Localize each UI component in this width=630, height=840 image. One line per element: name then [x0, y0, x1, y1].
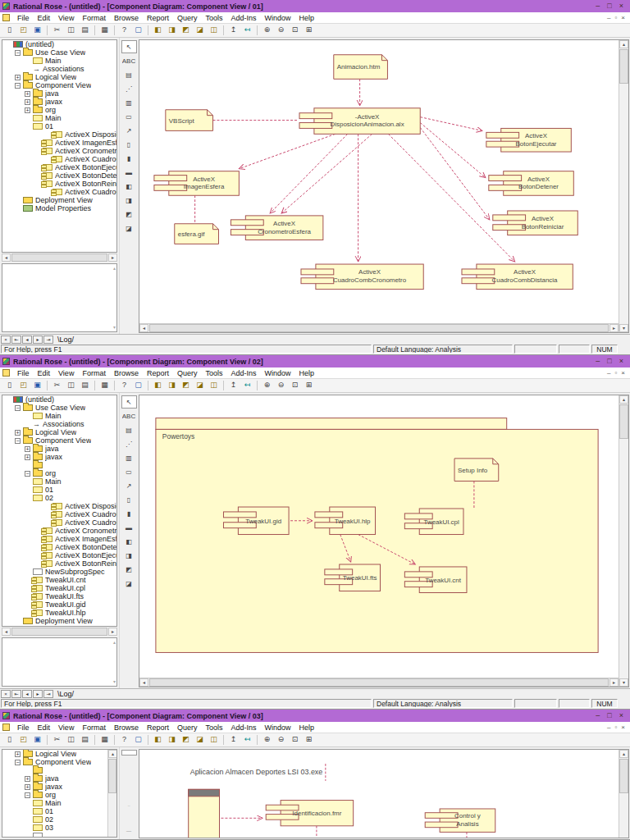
log-nav-button-1[interactable]: ◂ — [22, 690, 32, 698]
subprogram-spec-tool[interactable]: ▯ — [121, 493, 137, 506]
note-setup-info[interactable]: Setup Info — [454, 459, 499, 482]
component-tool[interactable]: ▥ — [121, 451, 137, 464]
undo-fit-button[interactable]: ⊞ — [302, 734, 316, 746]
maximize-button[interactable]: □ — [607, 710, 611, 722]
log-tab[interactable]: \Log/ — [57, 690, 74, 698]
tree-item[interactable]: TweakUI.gid — [2, 600, 116, 609]
menu-browse[interactable]: Browse — [110, 14, 143, 22]
dependency-tool[interactable]: ↗ — [121, 479, 137, 492]
task-spec-tool[interactable]: ◩ — [121, 827, 137, 833]
mdi-minimize-button[interactable]: – — [607, 723, 610, 733]
tree-item[interactable] — [2, 832, 116, 838]
paste-button[interactable]: ▤ — [78, 380, 92, 391]
menu-format[interactable]: Format — [78, 724, 110, 732]
component-tool[interactable]: ▥ — [121, 775, 137, 781]
tree-item[interactable]: Deployment View — [2, 617, 116, 625]
new-button[interactable]: ▯ — [2, 734, 16, 746]
tree-item[interactable]: (untitled) — [2, 40, 116, 48]
tree-item[interactable]: ActiveX BotonEjecutar — [2, 163, 116, 171]
browse-deployment-diagram-button[interactable]: ◫ — [207, 380, 221, 391]
menu-format[interactable]: Format — [78, 369, 110, 377]
scroll-up-arrow[interactable]: ▴ — [113, 266, 116, 271]
browse-parent-button[interactable]: ↥ — [226, 734, 240, 746]
undo-fit-button[interactable]: ⊞ — [302, 25, 316, 36]
maximize-button[interactable]: □ — [607, 355, 611, 368]
browse-class-diagram-button[interactable]: ◧ — [151, 25, 165, 36]
expand-icon[interactable]: + — [15, 751, 21, 757]
expand-icon[interactable]: + — [25, 107, 30, 113]
collapse-icon[interactable]: − — [25, 792, 30, 798]
log-nav-button-3[interactable]: ⇥ — [43, 690, 53, 698]
scroll-thumb[interactable] — [149, 324, 609, 332]
menu-edit[interactable]: Edit — [34, 369, 55, 377]
copy-button[interactable]: ◫ — [64, 25, 78, 36]
tree-item[interactable] — [2, 766, 116, 774]
note-tool[interactable]: ▤ — [121, 423, 137, 436]
view-documentation-button[interactable]: ▢ — [131, 734, 145, 746]
scroll-left-arrow[interactable]: ◂ — [2, 253, 11, 262]
scroll-up-arrow[interactable]: ▴ — [619, 750, 628, 758]
menu-file[interactable]: File — [13, 724, 34, 732]
tree-item[interactable]: −Use Case View — [2, 48, 116, 57]
resize-grip[interactable] — [619, 345, 629, 354]
anchor-note-tool[interactable]: ⋰ — [121, 437, 137, 450]
collapse-icon[interactable]: − — [15, 50, 21, 56]
anchor-note-tool[interactable]: ⋰ — [121, 769, 137, 775]
scroll-thumb[interactable] — [11, 628, 107, 636]
tree-item[interactable]: Model Properties — [2, 204, 116, 212]
collapse-icon[interactable]: − — [15, 438, 21, 444]
tree-item[interactable]: ActiveX BotonDetener — [2, 171, 116, 180]
note-tool[interactable]: ▤ — [121, 763, 137, 769]
menu-tools[interactable]: Tools — [201, 369, 226, 377]
tree-item[interactable]: 02 — [2, 815, 116, 824]
scroll-left-arrow[interactable]: ◂ — [139, 678, 148, 687]
minimize-button[interactable]: – — [596, 710, 600, 722]
scroll-right-arrow[interactable]: ▸ — [609, 324, 619, 332]
mdi-restore-button[interactable]: ▫ — [614, 723, 617, 733]
package-spec-tool[interactable]: ◧ — [121, 535, 137, 548]
zoom-in-button[interactable]: ⊕ — [260, 734, 274, 746]
component-control-analisis[interactable]: Control yAnalisis — [425, 809, 495, 832]
dependency-edge[interactable] — [420, 117, 482, 131]
tree-item[interactable]: ActiveX CuadroCombDistancia — [2, 188, 116, 196]
menu-edit[interactable]: Edit — [34, 724, 55, 732]
browse-interaction-diagram-button[interactable]: ◨ — [165, 25, 179, 36]
maximize-button[interactable]: □ — [607, 0, 611, 12]
menu-addins[interactable]: Add-Ins — [226, 14, 260, 22]
mdi-restore-button[interactable]: ▫ — [614, 13, 617, 23]
tree-item[interactable]: Model Properties — [2, 625, 116, 627]
component-cronometro-esfera[interactable]: ActiveXCronometroEsfera — [231, 216, 322, 240]
tree-item[interactable]: −org — [2, 791, 116, 799]
package-tool[interactable]: ▭ — [121, 465, 137, 478]
log-close-button[interactable]: × — [1, 336, 11, 344]
scroll-right-arrow[interactable]: ▸ — [108, 253, 117, 262]
browse-class-diagram-button[interactable]: ◧ — [151, 734, 165, 746]
browse-deployment-diagram-button[interactable]: ◫ — [207, 734, 221, 746]
tree-item[interactable]: ActiveX CronometroEsfera — [2, 527, 116, 535]
cut-button[interactable]: ✂ — [50, 25, 64, 36]
save-button[interactable]: ▣ — [30, 734, 44, 746]
mdi-restore-button[interactable]: ▫ — [614, 368, 617, 378]
fit-in-window-button[interactable]: ⊡ — [288, 25, 302, 36]
browse-interaction-diagram-button[interactable]: ◨ — [165, 734, 179, 746]
selection-tool[interactable]: ↖ — [121, 395, 137, 409]
collapse-icon[interactable]: − — [25, 471, 30, 477]
paste-button[interactable]: ▤ — [78, 734, 92, 746]
scroll-down-arrow[interactable]: ▾ — [619, 324, 628, 332]
tree-item[interactable]: ActiveX DisposicionAnimacion — [2, 502, 116, 510]
tree-item[interactable]: Main — [2, 57, 116, 65]
tree-item[interactable]: ActiveX CuadroCombDistancia — [2, 518, 116, 527]
component-boton-ejecutar[interactable]: ActiveXBotonEjecutar — [486, 128, 571, 152]
scroll-thumb[interactable] — [149, 678, 609, 687]
menu-query[interactable]: Query — [173, 14, 202, 22]
save-button[interactable]: ▣ — [30, 25, 44, 36]
tree-item[interactable]: −Component View — [2, 758, 116, 766]
tree-item[interactable]: +java — [2, 445, 116, 453]
fit-in-window-button[interactable]: ⊡ — [288, 380, 302, 391]
scroll-thumb[interactable] — [619, 49, 628, 84]
tree-item[interactable]: Main — [2, 412, 116, 420]
context-help-button[interactable]: ? — [117, 734, 131, 746]
paste-button[interactable]: ▤ — [78, 25, 92, 36]
scroll-up-arrow[interactable]: ▴ — [619, 40, 628, 48]
menu-help[interactable]: Help — [295, 724, 319, 732]
